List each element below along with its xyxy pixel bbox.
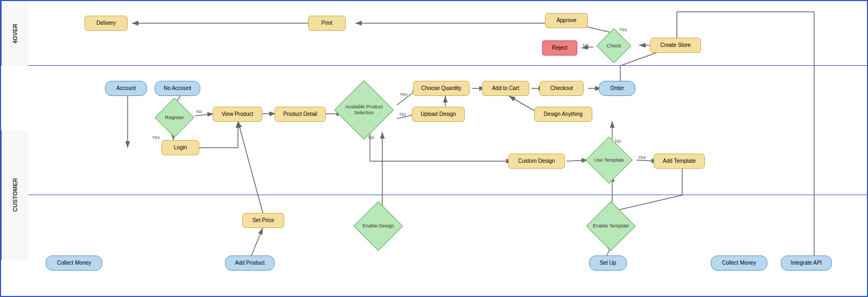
set-price-node: Set Price <box>242 213 284 228</box>
approve-node: Approve <box>545 13 588 28</box>
enable-template-diamond: Enable Template <box>583 209 639 244</box>
yes-avail-label: Yes <box>400 92 408 97</box>
lane-4over: 4OVER <box>1 1 867 66</box>
create-store-node: Create Store <box>650 38 701 53</box>
collect-money-2-node: Collect Money <box>711 255 767 271</box>
avail-product-diamond: Available Product Selection <box>335 89 393 131</box>
choose-qty-node: Choose Quantity <box>413 81 470 96</box>
custom-design-node: Custom Design <box>508 154 565 169</box>
lane-4over-label: 4OVER <box>1 1 28 66</box>
collect-money-1-node: Collect Money <box>46 255 102 271</box>
view-product-node: View Product <box>213 107 262 122</box>
product-detail-node: Product Detail <box>275 107 326 122</box>
enable-design-diamond: Enable Design <box>350 209 407 244</box>
no-avail-label: No <box>400 112 406 117</box>
account-node: Account <box>105 81 147 96</box>
reject-node: Reject <box>542 40 577 56</box>
no-avail2-label: No <box>368 135 375 140</box>
add-product-node: Add Product <box>225 255 275 271</box>
integrate-api-node: Integrate API <box>781 255 832 271</box>
add-template-node: Add Template <box>654 154 705 169</box>
diagram-container: 4OVER CUSTOMER ADMIN <box>0 0 868 297</box>
yes-register-label: Yes <box>152 135 160 140</box>
upload-design-node: Upload Design <box>412 107 465 122</box>
check-diamond: Check <box>592 32 635 59</box>
checkout-node: Checkout <box>540 81 584 96</box>
add-cart-node: Add to Cart <box>482 81 529 96</box>
print-node: Print <box>308 16 346 31</box>
design-anything-node: Design Anything <box>534 107 592 122</box>
no-account-node: No Account <box>155 81 200 96</box>
yes-approve-label: Yes <box>619 27 627 32</box>
lane-admin: ADMIN <box>1 195 867 297</box>
use-template-diamond: Use Template <box>583 144 635 176</box>
register-diamond: Register <box>152 103 197 132</box>
yes-template-label: Yes <box>638 155 646 160</box>
delivery-node: Delivery <box>85 16 128 31</box>
login-node: Login <box>162 140 199 155</box>
no-register-label: No <box>196 109 202 114</box>
order-node: Order <box>599 81 635 96</box>
no-check-label: No <box>583 43 589 48</box>
set-up-node: Set Up <box>589 255 627 271</box>
no-template-label: No <box>615 139 621 144</box>
